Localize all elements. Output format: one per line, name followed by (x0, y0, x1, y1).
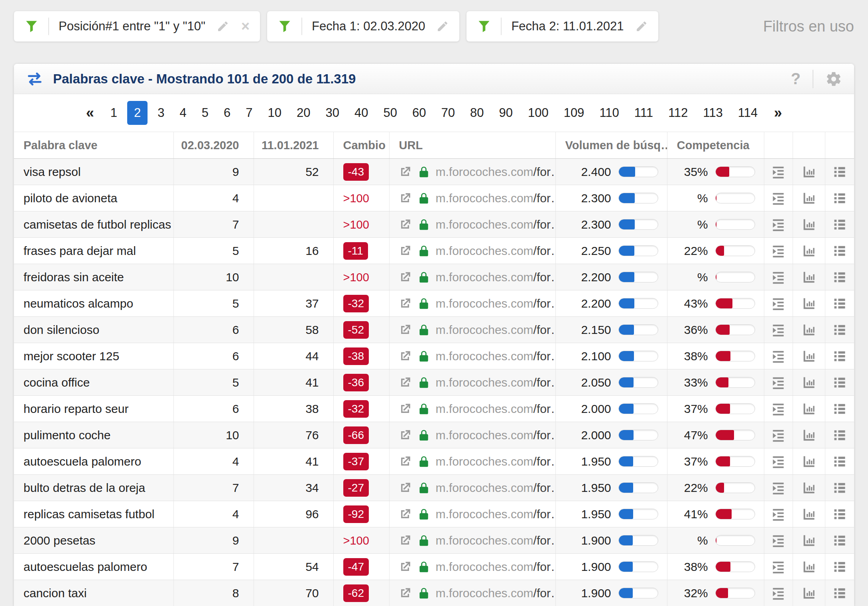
list-icon[interactable] (833, 375, 847, 390)
external-link-icon[interactable] (398, 349, 412, 363)
external-link-icon[interactable] (398, 218, 412, 231)
bar-chart-icon[interactable] (802, 349, 816, 363)
history-button-cell[interactable] (793, 185, 825, 211)
url-link[interactable]: m.forocoches.com/for… (436, 323, 556, 337)
page-button[interactable]: 70 (436, 102, 460, 124)
url-link[interactable]: m.forocoches.com/for… (436, 297, 556, 310)
serp-list-icon[interactable] (771, 270, 785, 284)
history-button-cell[interactable] (793, 448, 825, 475)
url-link[interactable]: m.forocoches.com/for… (436, 349, 556, 363)
serp-button-cell[interactable] (764, 211, 793, 238)
serp-list-icon[interactable] (771, 323, 785, 337)
bar-chart-icon[interactable] (802, 270, 816, 284)
filter-chip-date2[interactable]: Fecha 2: 11.01.2021 (466, 11, 658, 41)
remove-filter-icon[interactable]: × (241, 19, 250, 34)
details-button-cell[interactable] (825, 290, 854, 317)
exchange-arrows-icon[interactable] (26, 70, 43, 88)
external-link-icon[interactable] (398, 560, 412, 574)
details-button-cell[interactable] (825, 396, 854, 422)
serp-button-cell[interactable] (764, 264, 793, 290)
bar-chart-icon[interactable] (802, 244, 816, 258)
list-icon[interactable] (833, 586, 847, 600)
serp-list-icon[interactable] (771, 244, 785, 258)
serp-button-cell[interactable] (764, 580, 793, 606)
serp-button-cell[interactable] (764, 396, 793, 422)
history-button-cell[interactable] (793, 396, 825, 422)
url-link[interactable]: m.forocoches.com/for… (436, 218, 556, 231)
column-header-date2[interactable]: 11.01.2021 (254, 132, 333, 159)
bar-chart-icon[interactable] (802, 481, 816, 495)
list-icon[interactable] (833, 507, 847, 521)
page-button[interactable]: 109 (559, 102, 590, 124)
serp-list-icon[interactable] (771, 507, 785, 521)
external-link-icon[interactable] (398, 323, 412, 337)
url-link[interactable]: m.forocoches.com/for… (436, 402, 556, 416)
serp-button-cell[interactable] (764, 422, 793, 448)
gear-icon[interactable] (825, 71, 842, 87)
page-button[interactable]: 114 (733, 102, 763, 124)
details-button-cell[interactable] (825, 475, 854, 501)
serp-button-cell[interactable] (764, 238, 793, 264)
url-link[interactable]: m.forocoches.com/for… (436, 428, 556, 442)
history-button-cell[interactable] (793, 159, 825, 185)
list-icon[interactable] (833, 533, 847, 548)
details-button-cell[interactable] (825, 185, 854, 211)
list-icon[interactable] (833, 323, 847, 337)
page-button[interactable]: 110 (594, 102, 624, 124)
page-button[interactable]: 4 (175, 102, 192, 124)
column-header-url[interactable]: URL (389, 132, 555, 159)
url-link[interactable]: m.forocoches.com/for… (436, 586, 556, 600)
details-button-cell[interactable] (825, 343, 854, 369)
page-button[interactable]: 100 (523, 102, 554, 124)
serp-list-icon[interactable] (771, 428, 785, 442)
serp-list-icon[interactable] (771, 191, 785, 205)
bar-chart-icon[interactable] (802, 217, 816, 232)
filter-chip-position[interactable]: Posición#1 entre "1" y "10" × (14, 11, 260, 41)
page-button[interactable]: 7 (240, 102, 258, 124)
column-header-date1[interactable]: 02.03.2020 (173, 132, 254, 159)
list-icon[interactable] (833, 560, 847, 574)
bar-chart-icon[interactable] (802, 454, 816, 469)
list-icon[interactable] (833, 244, 847, 258)
url-link[interactable]: m.forocoches.com/for… (436, 191, 556, 205)
serp-list-icon[interactable] (771, 402, 785, 416)
external-link-icon[interactable] (398, 402, 412, 416)
details-button-cell[interactable] (825, 264, 854, 290)
url-link[interactable]: m.forocoches.com/for… (436, 481, 556, 495)
bar-chart-icon[interactable] (802, 533, 816, 548)
history-button-cell[interactable] (793, 554, 825, 580)
details-button-cell[interactable] (825, 580, 854, 606)
url-link[interactable]: m.forocoches.com/for… (436, 534, 556, 547)
history-button-cell[interactable] (793, 343, 825, 369)
page-button[interactable]: 40 (349, 102, 373, 124)
history-button-cell[interactable] (793, 238, 825, 264)
external-link-icon[interactable] (398, 481, 412, 495)
serp-button-cell[interactable] (764, 290, 793, 317)
edit-filter-icon[interactable] (635, 20, 648, 33)
serp-button-cell[interactable] (764, 527, 793, 554)
serp-list-icon[interactable] (771, 481, 785, 495)
bar-chart-icon[interactable] (802, 586, 816, 600)
bar-chart-icon[interactable] (802, 296, 816, 311)
list-icon[interactable] (833, 217, 847, 232)
serp-button-cell[interactable] (764, 343, 793, 369)
history-button-cell[interactable] (793, 422, 825, 448)
list-icon[interactable] (833, 454, 847, 469)
url-link[interactable]: m.forocoches.com/for… (436, 376, 556, 389)
details-button-cell[interactable] (825, 448, 854, 475)
external-link-icon[interactable] (398, 428, 412, 442)
list-icon[interactable] (833, 165, 847, 179)
list-icon[interactable] (833, 270, 847, 284)
page-button[interactable]: 1 (105, 102, 122, 124)
serp-list-icon[interactable] (771, 454, 785, 469)
details-button-cell[interactable] (825, 159, 854, 185)
details-button-cell[interactable] (825, 501, 854, 527)
list-icon[interactable] (833, 402, 847, 416)
external-link-icon[interactable] (398, 297, 412, 310)
details-button-cell[interactable] (825, 238, 854, 264)
page-button[interactable]: 50 (378, 102, 402, 124)
page-button[interactable]: 60 (407, 102, 431, 124)
bar-chart-icon[interactable] (802, 191, 816, 205)
details-button-cell[interactable] (825, 422, 854, 448)
page-button[interactable]: 2 (127, 101, 148, 125)
